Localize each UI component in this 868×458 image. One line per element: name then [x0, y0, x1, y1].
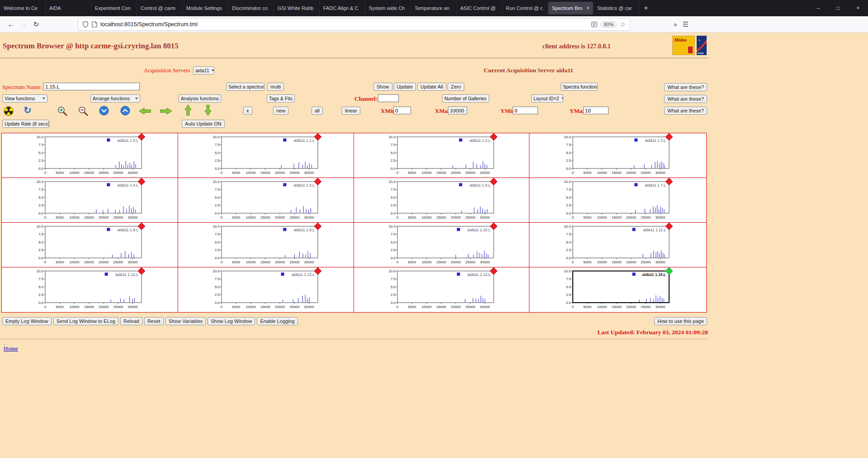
spectrum-cell[interactable]: 0.02.55.07.510.0050001000015000200002500…	[2, 223, 178, 267]
svg-text:25000: 25000	[289, 171, 300, 175]
linear-button[interactable]: linear	[342, 107, 360, 115]
spectrum-cell[interactable]: 0.02.55.07.510.0050001000015000200002500…	[529, 133, 706, 178]
browser-tab[interactable]: System wide Ch	[365, 0, 411, 16]
browser-tab[interactable]: Module Settings	[183, 0, 228, 16]
browser-tab[interactable]: FADC Align & C	[320, 0, 365, 16]
browser-tab[interactable]: Welcome to Ce	[0, 0, 46, 16]
log-button[interactable]: Show Variables	[165, 317, 206, 325]
multi-button[interactable]: multi	[267, 83, 284, 91]
new-button[interactable]: new	[273, 107, 288, 115]
browser-tab[interactable]: Experiment Con	[91, 0, 137, 16]
how-to-use-button[interactable]: How to use this page	[654, 317, 707, 325]
browser-tab[interactable]: Run Control @ c	[502, 0, 548, 16]
close-button[interactable]: ×	[848, 0, 868, 16]
tab-close-icon[interactable]: ×	[586, 5, 590, 11]
acquisition-server-select[interactable]: aida11	[193, 66, 214, 75]
minimize-button[interactable]: –	[808, 0, 828, 16]
spectrum-cell[interactable]: 0.02.55.07.510.0050001000015000200002500…	[178, 133, 354, 178]
svg-text:5000: 5000	[583, 215, 591, 220]
update-rate-select[interactable]: Update Rate (8 secs)	[2, 120, 49, 128]
channel-input[interactable]	[378, 94, 399, 102]
browser-tab[interactable]: Spectrum Bro×	[548, 2, 593, 14]
browser-tab[interactable]: Control @ carm	[137, 0, 183, 16]
spectrum-cell[interactable]: 0.02.55.07.510.0050001000015000200002500…	[529, 267, 706, 312]
what-are-these-button-1[interactable]: What are these?	[664, 83, 707, 91]
back-button[interactable]: ←	[5, 20, 17, 28]
forward-button[interactable]: →	[17, 20, 30, 28]
xmax-input[interactable]	[448, 107, 467, 114]
log-button[interactable]: Send Log Window to ELog	[53, 317, 118, 325]
browser-tab[interactable]: GSI White Rabb	[274, 0, 320, 16]
show-button[interactable]: Show	[373, 83, 392, 91]
arrange-functions-select[interactable]: Arrange functions	[90, 94, 140, 103]
analysis-functions-select[interactable]: Analysis functions	[179, 94, 221, 103]
spectrum-cell[interactable]: 0.02.55.07.510.0050001000015000200002500…	[2, 267, 178, 312]
overflow-chevron-icon[interactable]: »	[674, 21, 677, 28]
reader-mode-icon[interactable]	[591, 22, 597, 27]
layout-id-select[interactable]: Layout ID=2	[531, 94, 563, 103]
page-info-icon[interactable]	[92, 21, 97, 28]
tags-fits-select[interactable]: Tags & Fits	[267, 94, 295, 103]
spectrum-cell[interactable]: 0.02.55.07.510.0050001000015000200002500…	[2, 178, 178, 223]
spectrum-cell[interactable]: 0.02.55.07.510.0050001000015000200002500…	[354, 133, 529, 178]
number-of-galleries-select[interactable]: Number of Galleries	[442, 94, 489, 103]
all-button[interactable]: all	[311, 107, 323, 115]
spectrum-cell[interactable]: 0.02.55.07.510.0050001000015000200002500…	[354, 267, 529, 312]
what-are-these-button-2[interactable]: What are these?	[664, 95, 707, 103]
new-tab-button[interactable]: +	[639, 4, 653, 12]
home-link[interactable]: Home	[4, 345, 18, 352]
menu-button[interactable]: ☰	[683, 20, 689, 28]
spectrum-name-input[interactable]	[43, 83, 140, 90]
zero-button[interactable]: Zero	[448, 83, 464, 91]
spectrum-cell[interactable]: 0.02.55.07.510.0050001000015000200002500…	[178, 267, 354, 312]
ymax-input[interactable]	[583, 107, 609, 114]
shield-icon[interactable]	[82, 21, 89, 28]
update-all-button[interactable]: Update All	[417, 83, 446, 91]
what-are-these-button-3[interactable]: What are these?	[664, 107, 707, 115]
spectrum-plot: 0.02.55.07.510.0050001000015000200002500…	[178, 267, 354, 312]
zoom-in-icon[interactable]	[57, 106, 68, 117]
spectrum-cell[interactable]: 0.02.55.07.510.0050001000015000200002500…	[529, 223, 706, 267]
spectrum-cell[interactable]: 0.02.55.07.510.0050001000015000200002500…	[178, 223, 354, 267]
svg-text:20000: 20000	[275, 260, 285, 264]
browser-tab[interactable]: Discriminator co	[228, 0, 274, 16]
reload-button[interactable]: ↻	[30, 20, 42, 28]
spectrum-cell[interactable]: 0.02.55.07.510.0050001000015000200002500…	[354, 223, 529, 267]
spectrum-cell[interactable]: 0.02.55.07.510.0050001000015000200002500…	[178, 178, 354, 223]
log-button[interactable]: Empty Log Window	[2, 317, 52, 325]
blue-sphere-up-icon[interactable]	[120, 106, 130, 116]
url-text[interactable]: localhost:8015/Spectrum/Spectrum.tml	[100, 21, 198, 28]
x-button[interactable]: x	[243, 107, 252, 115]
log-button[interactable]: Reload	[120, 317, 142, 325]
browser-tab[interactable]: ASIC Control @	[457, 0, 502, 16]
green-arrow-up-icon[interactable]	[184, 105, 192, 116]
maximize-button[interactable]: □	[828, 0, 848, 16]
spectrum-cell[interactable]: 0.02.55.07.510.0050001000015000200002500…	[354, 178, 529, 223]
bookmark-star-icon[interactable]: ☆	[620, 21, 626, 28]
browser-tab[interactable]: AIDA	[46, 0, 91, 16]
url-bar[interactable]: localhost:8015/Spectrum/Spectrum.tml 80%…	[78, 18, 630, 31]
update-button[interactable]: Update	[394, 83, 416, 91]
radiation-icon[interactable]	[4, 106, 14, 116]
log-button[interactable]: Reset	[144, 317, 164, 325]
spectrum-cell[interactable]: 0.02.55.07.510.0050001000015000200002500…	[529, 178, 706, 223]
browser-tab[interactable]: Temperature an	[411, 0, 457, 16]
ymin-input[interactable]	[513, 107, 538, 114]
log-button[interactable]: Enable Logging	[257, 317, 297, 325]
auto-update-button[interactable]: Auto Update ON	[182, 120, 225, 128]
select-a-spectrum-select[interactable]: Select a spectrum	[226, 83, 264, 91]
blue-sphere-down-icon[interactable]	[99, 106, 109, 116]
view-functions-select[interactable]: View functions	[2, 94, 47, 103]
log-button[interactable]: Show Log Window	[208, 317, 255, 325]
spectrum-cell[interactable]: 0.02.55.07.510.0050001000015000200002500…	[2, 133, 178, 178]
svg-text:5.0: 5.0	[391, 151, 396, 155]
green-arrow-right-icon[interactable]	[160, 107, 172, 115]
zoom-out-icon[interactable]	[78, 106, 89, 117]
browser-tab[interactable]: Statistics @ car	[594, 0, 639, 16]
zoom-indicator[interactable]: 80%	[600, 21, 617, 28]
xmin-input[interactable]	[393, 107, 411, 114]
refresh-icon[interactable]: ↻	[24, 105, 32, 116]
green-arrow-down-icon[interactable]	[204, 105, 212, 116]
spectra-functions-select[interactable]: Spectra functions	[561, 83, 598, 91]
green-arrow-left-icon[interactable]	[139, 107, 151, 115]
